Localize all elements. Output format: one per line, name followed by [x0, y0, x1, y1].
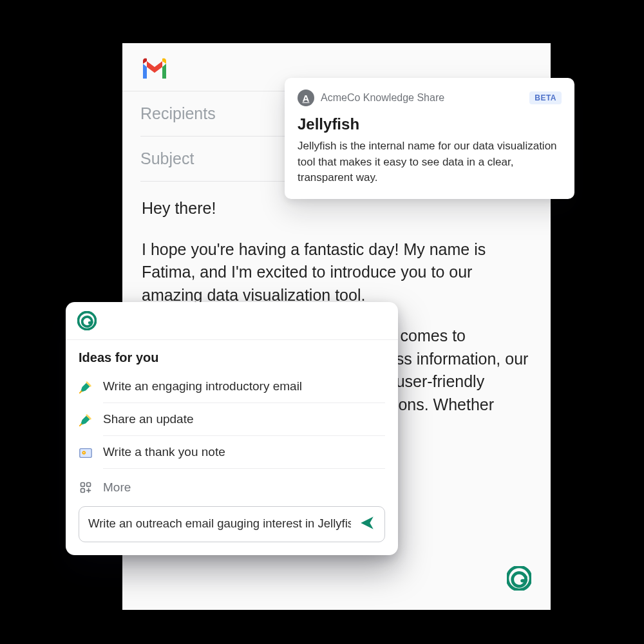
ideas-for-you-popup: Ideas for you Write an engaging introduc…: [66, 302, 398, 555]
svg-rect-6: [81, 489, 85, 493]
idea-suggestion-item[interactable]: Write a thank you note: [79, 436, 385, 469]
prompt-input-text: Write an outreach email gauging interest…: [88, 516, 351, 531]
pen-icon: [79, 380, 93, 394]
idea-label: Share an update: [103, 403, 385, 436]
body-paragraph: I hope you're having a fantastic day! My…: [142, 238, 531, 307]
idea-suggestion-list: Write an engaging introductory email Sha…: [79, 370, 385, 469]
idea-label: Write a thank you note: [103, 436, 385, 469]
knowledge-share-popup: A AcmeCo Knowledge Share BETA Jellyfish …: [285, 78, 574, 199]
ideas-heading: Ideas for you: [79, 350, 385, 365]
grammarly-logo-icon: [77, 311, 97, 330]
prompt-input[interactable]: Write an outreach email gauging interest…: [79, 506, 385, 542]
send-icon[interactable]: [359, 515, 375, 534]
knowledge-title: Jellyfish: [298, 115, 562, 133]
idea-suggestion-item[interactable]: Write an engaging introductory email: [79, 370, 385, 403]
source-avatar-icon: A: [298, 90, 314, 106]
pen-icon: [79, 413, 93, 427]
grid-plus-icon: [79, 481, 93, 494]
idea-suggestion-item[interactable]: Share an update: [79, 403, 385, 436]
grammarly-floating-button[interactable]: [507, 566, 531, 591]
knowledge-description: Jellyfish is the internal name for our d…: [298, 138, 562, 186]
card-icon: [79, 446, 93, 460]
beta-badge: BETA: [529, 91, 562, 104]
svg-rect-2: [80, 448, 91, 457]
more-suggestions-button[interactable]: More: [79, 473, 385, 498]
svg-rect-4: [81, 483, 85, 487]
knowledge-source-label: AcmeCo Knowledge Share: [321, 92, 523, 104]
svg-rect-5: [87, 483, 91, 487]
idea-label: Write an engaging introductory email: [103, 370, 385, 403]
more-label: More: [103, 480, 131, 495]
body-paragraph: Hey there!: [142, 197, 531, 220]
